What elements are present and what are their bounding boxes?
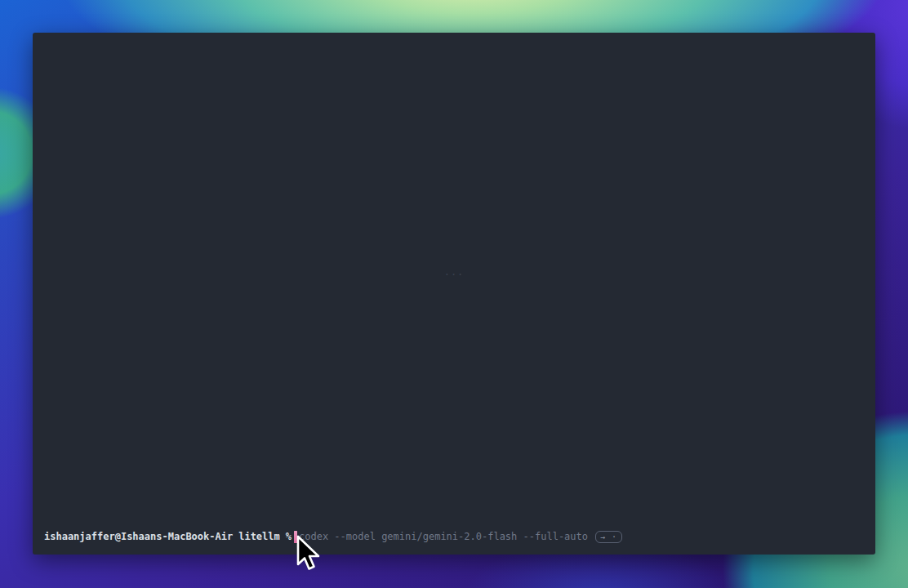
tab-accept-hint-badge: → ·: [595, 531, 622, 543]
terminal-faint-ellipsis: ...: [444, 266, 465, 278]
prompt-directory: litellm: [238, 530, 280, 543]
text-cursor-caret: [294, 531, 297, 543]
command-prompt-line[interactable]: ishaanjaffer@Ishaans-MacBook-Airlitellm%…: [44, 530, 864, 543]
prompt-symbol: %: [286, 530, 292, 543]
autosuggestion-text: codex --model gemini/gemini-2.0-flash --…: [299, 530, 588, 543]
prompt-user-host: ishaanjaffer@Ishaans-MacBook-Air: [44, 530, 233, 543]
terminal-window[interactable]: ... ishaanjaffer@Ishaans-MacBook-Airlite…: [33, 33, 875, 555]
desktop: { "terminal": { "prompt": { "user_host":…: [0, 0, 908, 588]
